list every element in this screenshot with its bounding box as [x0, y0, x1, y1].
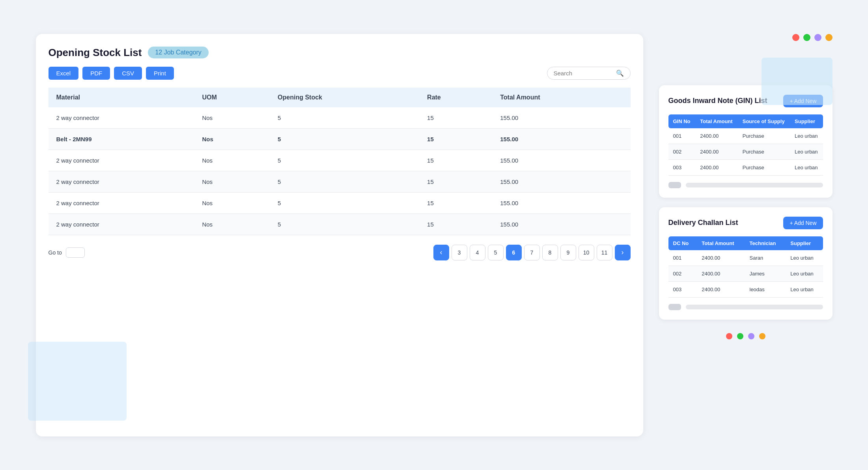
bottom-dot-green: [737, 333, 743, 339]
gin-cell-amount: 2400.00: [695, 159, 737, 175]
col-rate: Rate: [419, 88, 492, 107]
bottom-dot-blue: [748, 333, 754, 339]
gin-table: GIN No Total Amount Source of Supply Sup…: [668, 114, 823, 176]
dc-cell-no: 001: [668, 250, 697, 266]
dot-red: [792, 34, 799, 41]
print-button[interactable]: Print: [146, 67, 174, 80]
page-button-5[interactable]: 5: [488, 245, 504, 260]
col-uom: UOM: [194, 88, 270, 107]
table-row: 2 way connector Nos 5 15 155.00: [49, 107, 631, 129]
next-page-button[interactable]: ›: [615, 245, 631, 260]
gin-footer-button[interactable]: [668, 182, 681, 188]
toolbar: Excel PDF CSV Print 🔍: [49, 67, 631, 80]
cell-material: Belt - 2MN99: [49, 128, 194, 150]
deco-blue-rect: [762, 58, 833, 105]
search-input[interactable]: [554, 70, 613, 77]
dc-cell-technician: James: [745, 266, 786, 281]
gin-cell-source: Purchase: [738, 144, 790, 159]
gin-cell-source: Purchase: [738, 128, 790, 144]
dc-header-row: DC No Total Amount Technician Supplier: [668, 236, 823, 250]
stock-table: Material UOM Opening Stock Rate Total Am…: [49, 88, 631, 235]
cell-material: 2 way connector: [49, 213, 194, 235]
card-title-area: Opening Stock List 12 Job Category: [49, 47, 209, 59]
main-card: Opening Stock List 12 Job Category Excel…: [36, 34, 643, 436]
goto-label: Go to: [49, 249, 62, 256]
page-button-11[interactable]: 11: [597, 245, 612, 260]
page-button-6[interactable]: 6: [506, 245, 522, 260]
cell-uom: Nos: [194, 107, 270, 129]
dc-cell-technician: Saran: [745, 250, 786, 266]
job-badge: 12 Job Category: [148, 47, 208, 58]
dc-cell-technician: leodas: [745, 281, 786, 297]
csv-button[interactable]: CSV: [114, 67, 142, 80]
dc-col-no: DC No: [668, 236, 697, 250]
cell-opening-stock: 5: [270, 107, 419, 129]
col-opening-stock: Opening Stock: [270, 88, 419, 107]
bottom-dot-red: [726, 333, 732, 339]
dc-cell-supplier: Leo urban: [786, 281, 823, 297]
prev-page-button[interactable]: ‹: [433, 245, 449, 260]
goto-area: Go to: [49, 247, 85, 258]
gin-col-supplier: Supplier: [790, 114, 823, 128]
page-button-3[interactable]: 3: [452, 245, 467, 260]
cell-total-amount: 155.00: [492, 171, 630, 192]
dc-footer-button[interactable]: [668, 304, 681, 310]
dc-cell-no: 002: [668, 266, 697, 281]
dc-table-row: 001 2400.00 Saran Leo urban: [668, 250, 823, 266]
cell-uom: Nos: [194, 213, 270, 235]
cell-uom: Nos: [194, 171, 270, 192]
cell-rate: 15: [419, 171, 492, 192]
cell-uom: Nos: [194, 128, 270, 150]
cell-material: 2 way connector: [49, 107, 194, 129]
dc-cell-supplier: Leo urban: [786, 266, 823, 281]
page-button-9[interactable]: 9: [560, 245, 576, 260]
gin-cell-source: Purchase: [738, 159, 790, 175]
page-button-10[interactable]: 10: [579, 245, 594, 260]
page-button-7[interactable]: 7: [524, 245, 540, 260]
gin-cell-no: 003: [668, 159, 696, 175]
cell-material: 2 way connector: [49, 171, 194, 192]
gin-footer-bar: [686, 183, 823, 187]
excel-button[interactable]: Excel: [49, 67, 79, 80]
gin-cell-amount: 2400.00: [695, 144, 737, 159]
cell-rate: 15: [419, 107, 492, 129]
cell-opening-stock: 5: [270, 171, 419, 192]
dc-cell-amount: 2400.00: [697, 266, 745, 281]
dc-table-row: 002 2400.00 James Leo urban: [668, 266, 823, 281]
delivery-challan-card: Delivery Challan List + Add New DC No To…: [659, 207, 833, 320]
toolbar-buttons: Excel PDF CSV Print: [49, 67, 174, 80]
gin-cell-no: 001: [668, 128, 696, 144]
cell-opening-stock: 5: [270, 192, 419, 213]
cell-opening-stock: 5: [270, 213, 419, 235]
dot-orange: [825, 34, 833, 41]
search-box: 🔍: [547, 67, 631, 80]
deco-bottom-left: [28, 342, 127, 421]
table-header-row: Material UOM Opening Stock Rate Total Am…: [49, 88, 631, 107]
dc-add-new-button[interactable]: + Add New: [783, 217, 823, 229]
dc-footer-bar: [686, 305, 823, 309]
cell-uom: Nos: [194, 150, 270, 171]
gin-cell-supplier: Leo urban: [790, 159, 823, 175]
cell-opening-stock: 5: [270, 150, 419, 171]
table-row: 2 way connector Nos 5 15 155.00: [49, 213, 631, 235]
table-row: 2 way connector Nos 5 15 155.00: [49, 171, 631, 192]
goto-input[interactable]: [66, 247, 85, 258]
cell-rate: 15: [419, 192, 492, 213]
dc-table-row: 003 2400.00 leodas Leo urban: [668, 281, 823, 297]
gin-cell-no: 002: [668, 144, 696, 159]
cell-total-amount: 155.00: [492, 107, 630, 129]
cell-total-amount: 155.00: [492, 128, 630, 150]
gin-table-row: 001 2400.00 Purchase Leo urban: [668, 128, 823, 144]
gin-card-footer: [668, 182, 823, 188]
gin-cell-amount: 2400.00: [695, 128, 737, 144]
cell-total-amount: 155.00: [492, 192, 630, 213]
cell-rate: 15: [419, 150, 492, 171]
table-row: Belt - 2MN99 Nos 5 15 155.00: [49, 128, 631, 150]
page-buttons: ‹ 34567891011 ›: [433, 245, 631, 260]
gin-cell-supplier: Leo urban: [790, 128, 823, 144]
cell-total-amount: 155.00: [492, 213, 630, 235]
page-button-4[interactable]: 4: [470, 245, 485, 260]
pdf-button[interactable]: PDF: [82, 67, 110, 80]
page-button-8[interactable]: 8: [542, 245, 558, 260]
pagination-bar: Go to ‹ 34567891011 ›: [49, 245, 631, 260]
